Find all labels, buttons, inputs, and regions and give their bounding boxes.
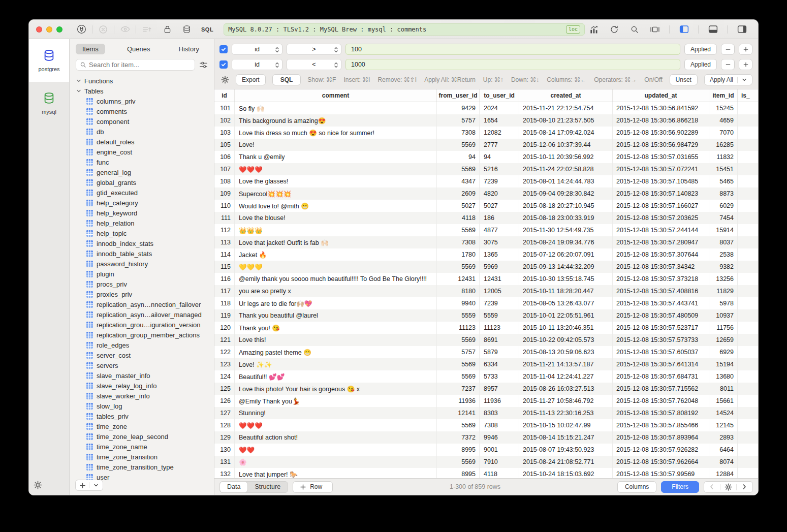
table-row[interactable]: 102 This background is amazing😍 5757 165… — [214, 114, 758, 127]
cell-item-id[interactable]: 2538 — [709, 248, 738, 261]
cell-from-user-id[interactable]: 5757 — [437, 114, 480, 127]
table-tree-item[interactable]: db — [70, 127, 214, 137]
table-tree-item[interactable]: innodb_table_stats — [70, 248, 214, 259]
preview-eye-icon[interactable] — [117, 23, 133, 36]
cell-to-user-id[interactable]: 1654 — [480, 114, 519, 127]
cell-is[interactable] — [738, 395, 758, 407]
cell-from-user-id[interactable]: 5569 — [437, 370, 480, 383]
cell-id[interactable]: 112 — [214, 224, 235, 236]
cell-from-user-id[interactable]: 5559 — [437, 309, 480, 322]
tree-section-tables[interactable]: Tables — [70, 86, 214, 96]
cell-comment[interactable]: @emily thank you soooo much beautiful!!!… — [235, 273, 437, 285]
table-row[interactable]: 110 Would love to! @mith 😬 5027 5027 201… — [214, 200, 758, 212]
cell-updated-at[interactable]: 2015-12-08 15:30:57.99569 — [613, 468, 709, 478]
cell-id[interactable]: 121 — [214, 334, 235, 346]
cell-id[interactable]: 109 — [214, 187, 235, 200]
tab-history[interactable]: History — [172, 44, 206, 54]
settings-gear-icon[interactable] — [34, 481, 42, 489]
tree-section-functions[interactable]: Functions — [70, 76, 214, 86]
table-row[interactable]: 118 Ur legs are to die for🙌🏼💖 9940 7239 … — [214, 297, 758, 309]
cell-from-user-id[interactable]: 1780 — [437, 248, 480, 261]
cell-item-id[interactable]: 15661 — [709, 395, 738, 407]
cell-updated-at[interactable]: 2015-12-08 15:30:57.072241 — [613, 163, 709, 175]
tab-items[interactable]: Items — [76, 44, 105, 54]
cell-from-user-id[interactable]: 7372 — [437, 431, 480, 444]
cell-from-user-id[interactable]: 5569 — [437, 456, 480, 468]
cell-from-user-id[interactable]: 5569 — [437, 419, 480, 431]
cell-comment[interactable]: So fly 🙌🏻 — [235, 102, 437, 114]
connection-postgres[interactable]: postgres — [29, 39, 69, 82]
cell-updated-at[interactable]: 2015-12-08 15:30:56.984729 — [613, 139, 709, 151]
cell-id[interactable]: 125 — [214, 383, 235, 395]
column-header-comment[interactable]: comment — [235, 89, 437, 102]
table-tree-item[interactable]: password_history — [70, 259, 214, 269]
cell-updated-at[interactable]: 2015-12-08 15:30:57.715562 — [613, 383, 709, 395]
cell-to-user-id[interactable]: 4820 — [480, 187, 519, 200]
cell-to-user-id[interactable]: 4877 — [480, 224, 519, 236]
cell-comment[interactable]: ❤️❤️❤️ — [235, 163, 437, 175]
cell-is[interactable] — [738, 151, 758, 163]
cell-id[interactable]: 127 — [214, 407, 235, 419]
cell-item-id[interactable]: 2893 — [709, 431, 738, 444]
cell-comment[interactable]: This background is amazing😍 — [235, 114, 437, 127]
cell-created-at[interactable]: 2015-10-11 13:20:46.351 — [519, 322, 613, 334]
connection-power-icon[interactable] — [74, 23, 89, 36]
cell-item-id[interactable]: 8037 — [709, 236, 738, 248]
cell-created-at[interactable]: 2015-11-21 22:12:54.754 — [519, 102, 613, 114]
cell-is[interactable] — [738, 322, 758, 334]
connection-mysql[interactable]: mysql — [29, 82, 69, 124]
cell-is[interactable] — [738, 407, 758, 419]
cell-created-at[interactable]: 2015-11-24 22:02:58.828 — [519, 163, 613, 175]
cell-created-at[interactable]: 2015-11-21 14:13:57.187 — [519, 358, 613, 370]
cell-from-user-id[interactable]: 8180 — [437, 285, 480, 297]
add-filter-button[interactable] — [739, 59, 752, 70]
cell-item-id[interactable]: 15914 — [709, 224, 738, 236]
cell-from-user-id[interactable]: 5757 — [437, 346, 480, 358]
cell-from-user-id[interactable]: 11936 — [437, 395, 480, 407]
cell-to-user-id[interactable]: 8691 — [480, 334, 519, 346]
table-row[interactable]: 125 Love this photo! Your hair is gorgeo… — [214, 383, 758, 395]
cell-is[interactable] — [738, 102, 758, 114]
cell-item-id[interactable]: 5978 — [709, 297, 738, 309]
column-header-is[interactable]: is_ — [738, 89, 758, 102]
cell-id[interactable]: 123 — [214, 358, 235, 370]
table-row[interactable]: 108 Love the glasses! 4347 7239 2015-08-… — [214, 175, 758, 187]
cell-from-user-id[interactable]: 8995 — [437, 468, 480, 478]
cell-created-at[interactable]: 2015-11-13 22:30:16.253 — [519, 407, 613, 419]
table-tree-item[interactable]: engine_cost — [70, 147, 214, 157]
table-tree-item[interactable]: role_edges — [70, 340, 214, 350]
minimize-button[interactable] — [46, 26, 52, 33]
cell-item-id[interactable]: 13680 — [709, 370, 738, 383]
table-row[interactable]: 124 Beautiful!! 💕💕 5569 5733 2015-11-04 … — [214, 370, 758, 383]
cell-from-user-id[interactable]: 5569 — [437, 163, 480, 175]
cell-is[interactable] — [738, 309, 758, 322]
cell-item-id[interactable]: 6029 — [709, 200, 738, 212]
cell-to-user-id[interactable]: 3075 — [480, 236, 519, 248]
cell-from-user-id[interactable]: 7308 — [437, 236, 480, 248]
cell-comment[interactable]: Ur legs are to die for🙌🏼💖 — [235, 297, 437, 309]
cell-id[interactable]: 111 — [214, 212, 235, 224]
cell-created-at[interactable]: 2015-09-13 14:44:32.209 — [519, 261, 613, 273]
cell-to-user-id[interactable]: 5969 — [480, 261, 519, 273]
cell-id[interactable]: 103 — [214, 127, 235, 139]
cell-item-id[interactable]: 6929 — [709, 346, 738, 358]
cell-to-user-id[interactable]: 7239 — [480, 297, 519, 309]
cell-to-user-id[interactable]: 12431 — [480, 273, 519, 285]
cell-created-at[interactable]: 2015-10-01 22:05:51.961 — [519, 309, 613, 322]
table-tree-item[interactable]: general_log — [70, 167, 214, 177]
cell-id[interactable]: 119 — [214, 309, 235, 322]
table-tree-item[interactable]: help_keyword — [70, 208, 214, 218]
cell-id[interactable]: 108 — [214, 175, 235, 187]
table-tree-item[interactable]: func — [70, 157, 214, 167]
table-tree-item[interactable]: replication_group_member_actions — [70, 330, 214, 340]
cell-created-at[interactable]: 2015-08-18 23:00:33.919 — [519, 212, 613, 224]
filter-value-input[interactable] — [347, 61, 679, 68]
table-row[interactable]: 120 Thank you! 😘 11123 11123 2015-10-11 … — [214, 322, 758, 334]
cell-updated-at[interactable]: 2015-12-08 15:30:57.523717 — [613, 322, 709, 334]
cell-is[interactable] — [738, 431, 758, 444]
cell-is[interactable] — [738, 127, 758, 139]
cell-updated-at[interactable]: 2015-12-08 15:30:57.605037 — [613, 346, 709, 358]
cell-is[interactable] — [738, 297, 758, 309]
page-settings-button[interactable] — [720, 482, 736, 492]
cell-updated-at[interactable]: 2015-12-08 15:30:56.866218 — [613, 114, 709, 127]
